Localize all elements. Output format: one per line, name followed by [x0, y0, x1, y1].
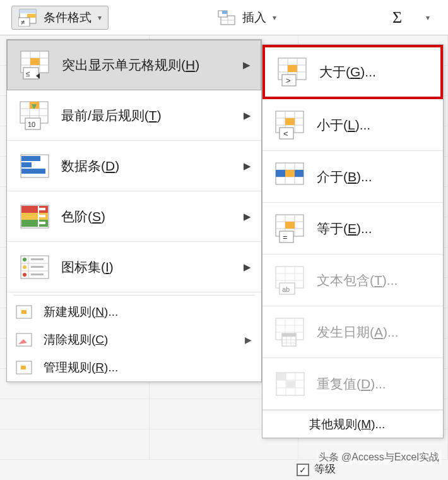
menu-item-label: 发生日期(A)... [309, 323, 437, 341]
insert-cells-icon [217, 9, 236, 26]
svg-rect-108 [277, 373, 286, 380]
menu-item-clear-rules[interactable]: 清除规则(C) ▶ [7, 326, 261, 354]
menu-item-between[interactable]: 介于(B)... [262, 151, 443, 203]
conditional-formatting-button[interactable]: ≠ 条件格式 ▾ [11, 6, 109, 30]
submenu-arrow-icon: ▶ [245, 335, 254, 345]
toolbar-label: 插入 [242, 9, 266, 26]
menu-item-duplicate-values[interactable]: 重复值(D)... [262, 358, 443, 410]
text-contains-icon: ab [271, 263, 309, 298]
toolbar-label: 条件格式 [44, 9, 91, 26]
svg-rect-66 [285, 118, 295, 125]
svg-text:<: < [283, 129, 288, 138]
sum-button[interactable]: Σ ▾ [386, 5, 437, 30]
svg-rect-109 [286, 381, 295, 388]
svg-rect-76 [285, 170, 295, 177]
between-icon [271, 159, 309, 195]
highlight-cells-icon: ≤ [16, 47, 54, 83]
menu-item-label: 文本包含(T)... [309, 272, 437, 289]
svg-rect-37 [39, 222, 45, 224]
svg-point-44 [23, 273, 27, 277]
menu-item-label: 其他规则(M)... [271, 416, 437, 433]
menu-item-icon-sets[interactable]: 图标集(I) ▶ [7, 242, 261, 292]
menu-item-label: 数据条(D) [54, 157, 244, 175]
svg-text:≤: ≤ [26, 69, 30, 78]
svg-rect-36 [39, 215, 45, 217]
menu-item-label: 重复值(D)... [309, 375, 437, 393]
svg-rect-74 [276, 170, 285, 177]
svg-rect-9 [222, 11, 227, 14]
svg-rect-2 [27, 14, 36, 18]
svg-text:≠: ≠ [21, 18, 25, 26]
new-rule-icon [16, 305, 35, 319]
submenu-arrow-icon: ▶ [244, 110, 255, 121]
color-scales-icon [16, 199, 54, 234]
svg-rect-29 [21, 169, 45, 174]
menu-item-color-scales[interactable]: 色阶(S) ▶ [7, 191, 261, 242]
menu-item-new-rule[interactable]: 新建规则(N)... [7, 298, 261, 326]
menu-item-label: 清除规则(C) [44, 332, 236, 348]
menu-item-label: 色阶(S) [54, 208, 244, 225]
svg-rect-75 [295, 170, 304, 177]
clear-rules-icon [16, 333, 35, 347]
menu-item-label: 管理规则(R)... [44, 359, 254, 376]
menu-item-data-bars[interactable]: 数据条(D) ▶ [7, 141, 261, 191]
highlight-cells-submenu: > 大于(G)... < 小于(L)... [262, 44, 444, 438]
menu-item-greater-than[interactable]: > 大于(G)... [262, 45, 443, 99]
conditional-formatting-menu: ≤ 突出显示单元格规则(H) ▶ 10 最前/最后规则(T) ▶ [6, 39, 262, 382]
menu-item-equal-to[interactable]: = 等于(E)... [262, 203, 443, 255]
submenu-arrow-icon: ▶ [244, 211, 255, 222]
svg-text:=: = [283, 232, 288, 242]
svg-rect-1 [20, 9, 36, 13]
chevron-down-icon: ▾ [98, 13, 102, 22]
menu-item-label: 介于(B)... [309, 168, 437, 186]
submenu-arrow-icon: ▶ [244, 261, 255, 273]
menu-item-top-bottom-rules[interactable]: 10 最前/最后规则(T) ▶ [7, 90, 261, 141]
insert-button[interactable]: 插入 ▾ [210, 6, 283, 29]
menu-item-more-rules[interactable]: 其他规则(M)... [262, 410, 443, 438]
menu-item-label: 大于(G)... [312, 63, 434, 81]
svg-rect-27 [21, 156, 40, 161]
greater-than-icon: > [274, 54, 312, 90]
menu-item-highlight-cells-rules[interactable]: ≤ 突出显示单元格规则(H) ▶ [7, 40, 261, 90]
menu-item-label: 突出显示单元格规则(H) [54, 56, 243, 74]
svg-rect-82 [285, 222, 295, 229]
chevron-down-icon: ▾ [426, 13, 430, 22]
svg-rect-46 [31, 266, 44, 268]
menu-item-less-than[interactable]: < 小于(L)... [262, 99, 443, 151]
duplicate-values-icon [271, 366, 309, 402]
menu-bottom-group: 新建规则(N)... 清除规则(C) ▶ 管理规则(R)... [7, 295, 261, 381]
ribbon-toolbar: ≠ 条件格式 ▾ 插入 ▾ Σ ▾ [0, 0, 448, 35]
dropdown-check-icon: ✓ [297, 464, 309, 476]
chevron-down-icon: ▾ [273, 13, 276, 22]
menu-item-label: 等于(E)... [309, 220, 437, 237]
svg-rect-52 [21, 366, 26, 369]
icon-sets-icon [16, 249, 54, 285]
svg-rect-28 [21, 162, 32, 167]
menu-item-date-occurring[interactable]: 发生日期(A)... [262, 306, 443, 358]
top-bottom-icon: 10 [16, 98, 54, 133]
conditional-formatting-icon: ≠ [18, 9, 37, 27]
menu-item-label: 小于(L)... [309, 116, 437, 134]
manage-rules-icon [16, 361, 35, 375]
menu-item-label: 图标集(I) [54, 258, 244, 276]
svg-rect-35 [39, 208, 45, 210]
svg-rect-47 [31, 273, 44, 275]
svg-rect-49 [21, 310, 27, 314]
menu-item-text-contains[interactable]: ab 文本包含(T)... [262, 255, 443, 306]
less-than-icon: < [271, 107, 309, 143]
menu-item-manage-rules[interactable]: 管理规则(R)... [7, 354, 261, 381]
cell-value-label: 等级 [314, 462, 336, 476]
svg-rect-98 [282, 333, 296, 337]
menu-item-label: 最前/最后规则(T) [54, 107, 244, 124]
equal-to-icon: = [271, 211, 309, 246]
svg-rect-15 [30, 58, 40, 65]
submenu-arrow-icon: ▶ [243, 59, 254, 71]
data-bars-icon [16, 148, 54, 184]
svg-text:>: > [286, 76, 291, 85]
menu-item-label: 新建规则(N)... [44, 304, 254, 320]
svg-rect-45 [31, 258, 44, 260]
svg-text:10: 10 [28, 121, 35, 128]
submenu-arrow-icon: ▶ [244, 160, 255, 172]
svg-rect-58 [288, 65, 297, 72]
sigma-icon: Σ [392, 8, 402, 27]
